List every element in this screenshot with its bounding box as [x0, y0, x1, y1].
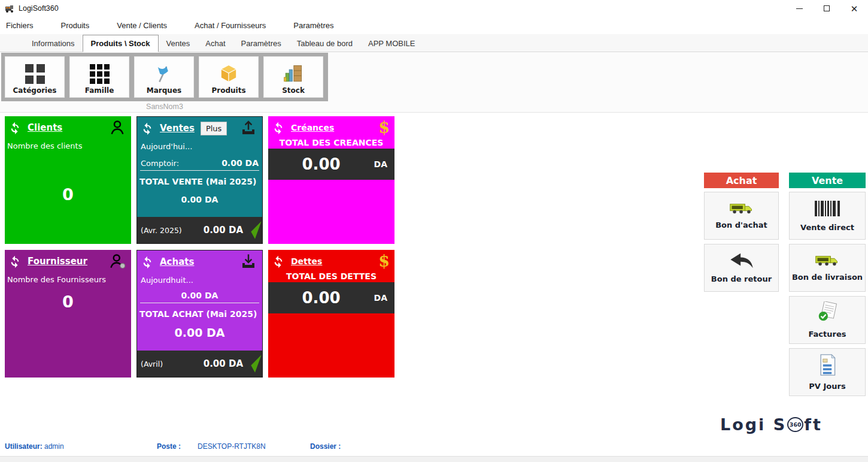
achats-total-label: TOTAL ACHAT (Mai 2025) [137, 303, 262, 319]
vente-direct-button[interactable]: Vente direct [789, 192, 866, 240]
tab-achat[interactable]: Achat [198, 35, 233, 52]
download-icon[interactable] [239, 253, 257, 271]
minimize-button[interactable] [785, 0, 813, 17]
creances-amount: 0.00 [302, 155, 340, 173]
achats-prev-value: 0.00 DA [204, 358, 243, 369]
tab-ventes[interactable]: Ventes [159, 35, 198, 52]
bottom-band [0, 456, 868, 462]
achats-total-value: 0.00 DA [137, 319, 262, 339]
window-title: LogiSoft360 [19, 4, 59, 13]
cube-icon [218, 64, 239, 84]
menu-parametres[interactable]: Paramètres [293, 18, 333, 33]
dettes-title-link[interactable]: Dettes [291, 256, 322, 266]
fournisseur-count: 0 [5, 292, 131, 311]
person-icon [108, 119, 126, 137]
ribbon-group-label: SansNom3 [1, 102, 328, 111]
bon-retour-button[interactable]: Bon de retour [704, 244, 779, 292]
refresh-icon[interactable] [141, 122, 154, 135]
tab-strip: Informations Produits \ Stock Ventes Ach… [0, 34, 868, 52]
ventes-prev-label: (Avr. 2025) [141, 226, 182, 235]
maximize-icon [824, 5, 830, 11]
tab-app-mobile[interactable]: APP MOBILE [360, 35, 423, 52]
tab-tableau-de-bord[interactable]: Tableau de bord [289, 35, 360, 52]
tile-fournisseur: Fournisseur Nombre des Fournisseurs 0 [5, 250, 131, 378]
factures-button[interactable]: Factures [789, 296, 866, 344]
ventes-today-label: Aujourd'hui... [137, 136, 262, 151]
trend-up-arrow-icon [243, 354, 262, 373]
menu-produits[interactable]: Produits [61, 18, 90, 33]
bon-achat-label: Bon d'achat [715, 221, 767, 230]
bon-livraison-button[interactable]: Bon de livraison [789, 244, 866, 292]
achat-section-header: Achat [704, 173, 779, 188]
categories-button[interactable]: Catégories [5, 56, 65, 98]
tile-clients: Clients Nombre des clients 0 [5, 116, 131, 244]
menu-achat-fournisseurs[interactable]: Achat / Fournisseurs [195, 18, 266, 33]
pv-jours-button[interactable]: PV Jours [789, 348, 866, 396]
creances-total-label: TOTAL DES CREANCES [268, 135, 394, 147]
user-label: Utilisateur: [5, 442, 43, 451]
tool-label: Catégories [13, 86, 57, 95]
refresh-icon[interactable] [272, 255, 285, 268]
tool-label: Produits [211, 86, 245, 95]
clients-title-link[interactable]: Clients [28, 122, 62, 133]
produits-button[interactable]: Produits [199, 56, 259, 98]
refresh-icon[interactable] [8, 121, 22, 134]
ventes-title-link[interactable]: Ventes [160, 123, 195, 134]
refresh-icon[interactable] [141, 255, 154, 268]
categories-grid-icon [25, 64, 45, 84]
pv-jours-label: PV Jours [809, 382, 845, 391]
clients-count: 0 [5, 185, 131, 204]
dettes-amount: 0.00 [302, 289, 340, 307]
poste-value: DESKTOP-RTJTK8N [198, 442, 266, 451]
refresh-icon[interactable] [272, 121, 285, 134]
tool-label: Famille [85, 86, 114, 95]
app-logo-icon [5, 4, 14, 13]
close-icon: ✕ [851, 4, 858, 13]
clients-subtitle: Nombre des clients [5, 135, 131, 150]
maximize-button[interactable] [813, 0, 840, 17]
bon-achat-button[interactable]: Bon d'achat [704, 192, 779, 240]
stock-button[interactable]: Stock [263, 56, 323, 98]
person-badge-icon [108, 252, 126, 270]
trend-up-arrow-icon [243, 221, 262, 240]
creances-amount-strip: 0.00 DA [268, 149, 394, 180]
dettes-currency: DA [374, 293, 387, 303]
menu-fichiers[interactable]: Fichiers [6, 18, 34, 33]
report-document-icon [817, 354, 838, 376]
achats-today-label: Aujourdhuit... [137, 270, 262, 285]
achats-prev-strip: (Avril) 0.00 DA [137, 351, 262, 377]
poste-label: Poste : [157, 442, 181, 451]
tool-label: Stock [282, 86, 305, 95]
creances-title-link[interactable]: Créances [291, 123, 334, 132]
stock-boxes-icon [283, 64, 304, 84]
dettes-amount-strip: 0.00 DA [268, 282, 394, 313]
famille-button[interactable]: Famille [69, 56, 129, 98]
share-upload-icon[interactable] [239, 119, 257, 137]
ventes-plus-button[interactable]: Plus [201, 122, 227, 135]
fournisseur-title-link[interactable]: Fournisseur [28, 256, 87, 267]
user-value: admin [44, 442, 64, 451]
logisoft-logo: Logi S 360 ft [720, 415, 823, 434]
ventes-total-label: TOTAL VENTE (Mai 2025) [137, 171, 262, 186]
ventes-prev-strip: (Avr. 2025) 0.00 DA [137, 217, 262, 243]
vente-direct-label: Vente direct [800, 223, 854, 232]
ribbon: Catégories Famille Marques Produit [0, 52, 868, 113]
factures-label: Factures [808, 330, 846, 339]
refresh-icon[interactable] [8, 255, 22, 268]
achats-title-link[interactable]: Achats [160, 256, 194, 267]
tile-creances: Créances $ TOTAL DES CREANCES 0.00 DA [268, 116, 394, 244]
menu-vente-clients[interactable]: Vente / Clients [117, 18, 167, 33]
invoice-check-icon [815, 301, 839, 324]
bon-livraison-label: Bon de livraison [792, 273, 863, 282]
tab-produits-stock[interactable]: Produits \ Stock [83, 35, 159, 52]
tab-informations[interactable]: Informations [24, 35, 83, 52]
ventes-prev-value: 0.00 DA [204, 225, 243, 235]
barcode-icon [814, 200, 841, 218]
close-button[interactable]: ✕ [840, 0, 868, 17]
family-grid-icon [90, 64, 110, 84]
tab-parametres[interactable]: Paramètres [233, 35, 289, 52]
achats-prev-label: (Avril) [141, 360, 163, 369]
truck-icon [815, 254, 840, 267]
marques-button[interactable]: Marques [134, 56, 194, 98]
tile-achats: Achats Aujourdhuit... 0.00 DA TOTAL ACHA… [136, 250, 263, 378]
